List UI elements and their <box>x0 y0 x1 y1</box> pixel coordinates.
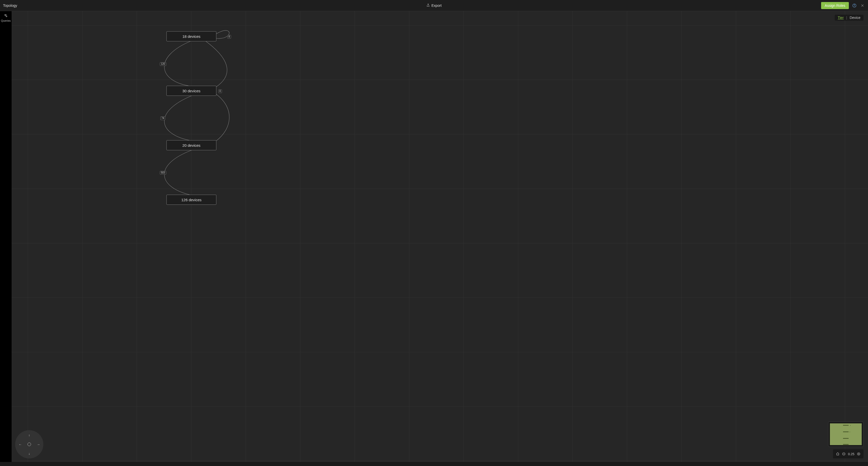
tier-label: 18 devices <box>182 34 200 39</box>
tier-label: 126 devices <box>181 198 202 202</box>
edge-label-selfloop: 8 <box>227 35 231 39</box>
queries-tab[interactable]: Queries <box>1 13 11 22</box>
edge-label-1-2-r: 0 <box>218 90 222 93</box>
edge-label-3-4-l: 503 <box>160 171 166 175</box>
export-button[interactable]: Export <box>427 3 441 7</box>
tier-node-3[interactable]: 20 devices <box>166 140 216 150</box>
tier-node-2[interactable]: 30 devices <box>166 86 216 96</box>
assign-roles-button[interactable]: Assign Roles <box>821 2 849 9</box>
status-strip <box>0 462 868 466</box>
svg-point-2 <box>854 4 855 5</box>
edge-label-2-3-l: 74 <box>160 117 165 120</box>
topology-canvas[interactable]: 18 devices 30 devices 20 devices 126 dev… <box>11 11 868 462</box>
close-icon[interactable] <box>860 3 865 8</box>
tier-label: 30 devices <box>182 89 200 93</box>
tier-node-1[interactable]: 18 devices <box>166 31 216 41</box>
queries-label: Queries <box>1 19 11 22</box>
header-actions: Assign Roles <box>821 2 865 9</box>
export-icon <box>427 3 430 7</box>
edge-label-1-2-l: 120 <box>160 62 166 66</box>
queries-icon <box>4 13 8 18</box>
tier-node-4[interactable]: 126 devices <box>166 195 216 205</box>
page-title: Topology <box>3 3 17 7</box>
header-bar: Topology Export Assign Roles <box>0 0 868 11</box>
tier-label: 20 devices <box>182 143 200 148</box>
edge-layer <box>11 11 868 462</box>
export-label: Export <box>432 3 441 7</box>
info-icon[interactable] <box>852 3 857 8</box>
left-rail: Queries <box>0 11 11 466</box>
